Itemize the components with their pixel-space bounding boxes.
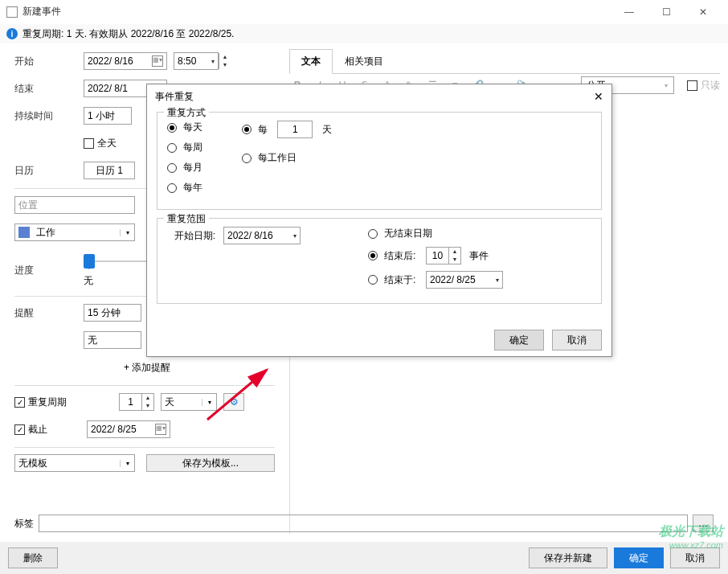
titlebar: 新建事件 — ☐ ✕ — [0, 0, 728, 24]
start-date-value: 2022/ 8/16 — [88, 55, 133, 67]
reminder1-input[interactable]: 15 分钟 — [84, 304, 141, 322]
dialog-ok-button[interactable]: 确定 — [494, 330, 544, 351]
save-as-template-button[interactable]: 保存为模板... — [146, 454, 275, 472]
start-time-value: 8:50 — [178, 55, 196, 67]
chevron-down-icon: ▾ — [659, 82, 673, 89]
due-date-input[interactable]: 2022/ 8/25 ▦▾ — [87, 420, 170, 438]
tags-input[interactable] — [39, 515, 688, 532]
maximize-button[interactable]: ☐ — [648, 0, 685, 24]
range-start-date-input[interactable]: 2022/ 8/16 ▾ — [223, 227, 301, 244]
chevron-down-icon: ▾ — [208, 58, 215, 65]
start-time-input[interactable]: 8:50 ▾ — [174, 52, 219, 70]
tags-row: 标签 … — [14, 515, 714, 532]
calendar-select[interactable]: 日历 1 — [84, 162, 135, 179]
recurrence-dialog: 事件重复 ✕ 重复方式 每天 每周 每月 每年 每 1 天 — [146, 84, 612, 357]
gear-icon: ⚙ — [230, 396, 239, 408]
info-text: 重复周期: 1 天. 有效期从 2022/8/16 至 2022/8/25. — [22, 27, 234, 41]
chevron-down-icon: ▾ — [202, 399, 216, 406]
recurrence-checkbox[interactable] — [14, 397, 25, 408]
duration-input[interactable]: 1 小时 — [84, 107, 132, 125]
add-reminder-link[interactable]: + 添加提醒 — [124, 361, 170, 375]
reminder2-value: 无 — [88, 334, 97, 347]
location-input[interactable]: 位置 — [14, 196, 135, 214]
every-n-input[interactable]: 1 — [277, 121, 313, 138]
calendar-icon[interactable]: ▦▾ — [155, 424, 166, 435]
duration-label: 持续时间 — [14, 109, 84, 123]
recurrence-label: 重复周期 — [28, 396, 87, 409]
watermark: 极光下载站 www.xz7.com — [659, 523, 723, 550]
readonly-label: 只读 — [701, 79, 720, 92]
dialog-titlebar: 事件重复 ✕ — [147, 84, 611, 109]
minimize-button[interactable]: — — [611, 0, 648, 24]
window-title: 新建事件 — [22, 5, 61, 18]
end-after-input[interactable]: 10 ▲▼ — [426, 247, 461, 264]
range-legend: 重复范围 — [164, 212, 209, 226]
allday-label: 全天 — [97, 137, 117, 150]
due-checkbox[interactable] — [14, 424, 25, 435]
end-date-value: 2022/ 8/1 — [88, 83, 128, 94]
readonly-checkbox[interactable] — [687, 80, 697, 91]
dialog-cancel-button[interactable]: 取消 — [552, 330, 602, 351]
bottom-bar: 删除 保存并新建 确定 取消 — [0, 542, 728, 574]
radio-weekly[interactable] — [167, 143, 177, 153]
editor-tabs: 文本 相关项目 — [289, 48, 720, 74]
radio-every-workday[interactable] — [242, 154, 252, 163]
cancel-button[interactable]: 取消 — [670, 547, 720, 568]
start-label: 开始 — [14, 55, 84, 68]
allday-checkbox[interactable] — [84, 138, 94, 149]
radio-yearly[interactable] — [167, 183, 177, 193]
chevron-down-icon: ▾ — [493, 277, 499, 284]
save-and-new-button[interactable]: 保存并新建 — [529, 547, 607, 568]
end-label: 结束 — [14, 82, 84, 96]
chevron-down-icon: ▾ — [120, 460, 134, 467]
radio-every-n[interactable] — [242, 125, 252, 134]
radio-end-after[interactable] — [368, 251, 378, 260]
app-icon — [6, 6, 18, 18]
end-by-date-input[interactable]: 2022/ 8/25 ▾ — [426, 271, 503, 289]
reminder2-input[interactable]: 无 — [84, 331, 141, 349]
category-value: 工作 — [33, 226, 120, 240]
due-date-value: 2022/ 8/25 — [91, 424, 137, 435]
window-controls: — ☐ ✕ — [611, 0, 722, 24]
category-color-swatch — [18, 227, 30, 238]
time-spinner[interactable]: ▲▼ — [219, 53, 231, 69]
start-date-input[interactable]: 2022/ 8/16 ▦▾ — [84, 52, 167, 70]
template-value: 无模板 — [15, 457, 120, 470]
reminder-label: 提醒 — [14, 306, 84, 320]
due-label: 截止 — [28, 423, 87, 437]
chevron-down-icon: ▾ — [290, 232, 297, 240]
pattern-fieldset: 重复方式 每天 每周 每月 每年 每 1 天 每工作日 — [157, 112, 602, 210]
progress-label: 进度 — [14, 264, 84, 277]
tab-related[interactable]: 相关项目 — [333, 49, 395, 74]
range-fieldset: 重复范围 开始日期: 2022/ 8/16 ▾ 无结束日期 结束 — [157, 218, 602, 304]
recurrence-unit-select[interactable]: 天 ▾ — [161, 393, 217, 411]
close-button[interactable]: ✕ — [685, 0, 722, 24]
recurrence-settings-button[interactable]: ⚙ — [223, 393, 244, 411]
radio-end-by[interactable] — [368, 275, 378, 285]
template-select[interactable]: 无模板 ▾ — [14, 454, 135, 472]
dialog-close-button[interactable]: ✕ — [594, 90, 603, 103]
info-icon: i — [6, 28, 18, 39]
duration-value: 1 小时 — [88, 109, 115, 123]
pattern-legend: 重复方式 — [164, 106, 209, 120]
recurrence-count-value: 1 — [120, 396, 141, 408]
calendar-icon[interactable]: ▦▾ — [152, 55, 163, 67]
radio-monthly[interactable] — [167, 163, 177, 173]
calendar-label: 日历 — [14, 164, 84, 178]
recurrence-unit-value: 天 — [162, 396, 202, 409]
radio-daily[interactable] — [167, 123, 177, 133]
tab-text[interactable]: 文本 — [289, 49, 333, 74]
tags-label: 标签 — [14, 517, 34, 531]
recurrence-spinner[interactable]: ▲▼ — [141, 394, 153, 410]
reminder1-value: 15 分钟 — [88, 306, 121, 320]
ok-button[interactable]: 确定 — [614, 547, 664, 568]
info-bar: i 重复周期: 1 天. 有效期从 2022/8/16 至 2022/8/25. — [0, 24, 728, 43]
chevron-down-icon: ▾ — [120, 229, 134, 236]
recurrence-count-input[interactable]: 1 ▲▼ — [119, 393, 154, 411]
end-after-spinner[interactable]: ▲▼ — [448, 248, 460, 264]
radio-no-end[interactable] — [368, 229, 378, 239]
progress-none-label: 无 — [84, 274, 93, 288]
delete-button[interactable]: 删除 — [8, 547, 58, 568]
category-select[interactable]: 工作 ▾ — [14, 223, 135, 241]
dialog-title: 事件重复 — [155, 90, 194, 104]
